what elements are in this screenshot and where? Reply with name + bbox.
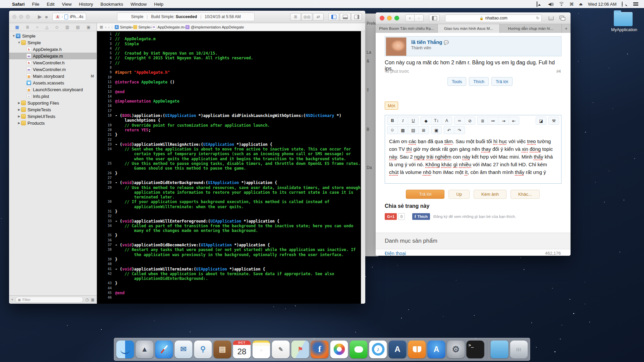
notes-dock-icon[interactable]: ≡ bbox=[253, 341, 270, 358]
symbol-navigator-icon[interactable]: ≣ bbox=[26, 25, 29, 29]
related-items-icon[interactable]: ▦ bbox=[100, 25, 103, 29]
code-line[interactable]: Games should use this method to pause th… bbox=[97, 166, 361, 171]
disclosure-triangle[interactable]: ▼ bbox=[12, 34, 16, 38]
code-line[interactable]: terminated later. bbox=[97, 195, 361, 199]
bullet-list-button[interactable]: ≣ bbox=[478, 117, 488, 124]
xcode-close-button[interactable] bbox=[12, 15, 16, 19]
code-line[interactable]: launchOptions { bbox=[97, 118, 361, 123]
code-line[interactable]: 23- (void)applicationWillResignActive:(U… bbox=[97, 142, 361, 147]
code-line[interactable]: 10 bbox=[97, 75, 361, 80]
numbered-list-button[interactable]: ≔ bbox=[488, 117, 498, 124]
code-line[interactable]: 33- (void)applicationWillEnterForeground… bbox=[97, 219, 361, 224]
reply-editor[interactable]: B I U ◆ T↕ A ∞ ⊘ ≣ ≔ bbox=[385, 115, 561, 184]
new-tab-button[interactable]: + bbox=[562, 24, 571, 33]
code-line[interactable]: 11@interface AppDelegate () bbox=[97, 80, 361, 84]
breakpoint-navigator-icon[interactable]: ▤ bbox=[76, 25, 80, 29]
back-button[interactable]: ‹ bbox=[105, 25, 106, 29]
code-line[interactable]: 31} bbox=[97, 209, 361, 214]
code-line[interactable]: 39} bbox=[97, 257, 361, 262]
catalog-category-link[interactable]: Điện thoại bbox=[385, 251, 406, 256]
scm-status-icon[interactable]: ▣ bbox=[91, 297, 95, 302]
post-button-thích[interactable]: Thích bbox=[469, 77, 489, 86]
standard-editor-button[interactable]: ≣ bbox=[290, 13, 301, 21]
save-draft-button[interactable]: ▣ bbox=[431, 126, 441, 134]
debug-area-button[interactable] bbox=[340, 13, 351, 21]
sidebar-button[interactable] bbox=[429, 14, 440, 22]
address-bar[interactable]: 🔒 nhattao.com ↻ bbox=[445, 14, 542, 22]
code-line[interactable]: 41- (void)applicationWillTerminate:(UIAp… bbox=[97, 267, 361, 272]
appstore-dock-icon[interactable]: A bbox=[428, 341, 445, 358]
ibooks-dock-icon[interactable] bbox=[408, 341, 426, 358]
code-line[interactable]: applicationDidEnterBackground:. bbox=[97, 276, 361, 281]
menu-item-bookmarks[interactable]: Bookmarks bbox=[101, 2, 123, 7]
menu-item-help[interactable]: Help bbox=[154, 2, 163, 7]
code-line[interactable]: many of the changes made on entering the… bbox=[97, 228, 361, 233]
code-line[interactable]: 24 // Sent when the application is about… bbox=[97, 147, 361, 152]
code-line[interactable]: 1// bbox=[97, 32, 361, 37]
code-line[interactable]: 12 bbox=[97, 84, 361, 89]
post-button-trả-lời[interactable]: Trả lời bbox=[491, 77, 513, 86]
disclosure-triangle[interactable]: ▶ bbox=[17, 115, 21, 118]
notification-center-icon[interactable] bbox=[633, 2, 639, 6]
code-line[interactable]: 40 bbox=[97, 262, 361, 266]
insert-media-button[interactable]: ▤ bbox=[408, 126, 419, 134]
itunes-dock-icon[interactable]: ♪ bbox=[369, 341, 387, 358]
code-line[interactable]: 36 bbox=[97, 238, 361, 243]
breadcrumb-item[interactable]: ASimple bbox=[115, 25, 132, 29]
code-line[interactable]: 17 bbox=[97, 109, 361, 113]
menu-item-edit[interactable]: Edit bbox=[47, 2, 54, 7]
safari-minimize-button[interactable] bbox=[387, 16, 392, 20]
post-number[interactable]: #4 bbox=[556, 69, 561, 74]
debug-navigator-icon[interactable]: ▥ bbox=[65, 25, 69, 29]
sysprefs-dock-icon[interactable]: ⚙ bbox=[447, 341, 465, 358]
trash-dock-icon[interactable]: ||| bbox=[510, 341, 528, 358]
reply-submit-button[interactable]: Trả lời bbox=[406, 190, 444, 199]
file-row-appdelegate-h[interactable]: hAppDelegate.h bbox=[9, 46, 97, 53]
mail-dock-icon[interactable]: ✉ bbox=[175, 341, 193, 358]
file-row-simple[interactable]: ▼Simple bbox=[9, 39, 97, 46]
menu-bar-clock[interactable]: Wed 12:06 AM bbox=[588, 2, 616, 7]
code-line[interactable]: certain types of temporary interruptions… bbox=[97, 152, 361, 156]
forward-button[interactable]: › bbox=[414, 14, 424, 22]
messages-dock-icon[interactable] bbox=[350, 341, 368, 358]
share-icon[interactable]: ↑ bbox=[547, 16, 555, 20]
file-row-products[interactable]: ▶Products bbox=[9, 120, 97, 126]
code-line[interactable]: 20 return YES; bbox=[97, 128, 361, 132]
italic-button[interactable]: I bbox=[398, 117, 408, 124]
unlink-button[interactable]: ⊘ bbox=[465, 117, 475, 124]
file-row-assets-xcassets[interactable]: ▣Assets.xcassets bbox=[9, 79, 97, 86]
code-line[interactable]: 16 bbox=[97, 104, 361, 108]
code-line[interactable]: 18- (BOOL)application:(UIApplication *)a… bbox=[97, 113, 361, 118]
file-row-simpletests[interactable]: ▶SimpleTests bbox=[9, 106, 97, 113]
post-time[interactable]: 48 phút trước bbox=[385, 69, 409, 74]
file-row-viewcontroller-h[interactable]: hViewController.h bbox=[9, 59, 97, 66]
reply-button-kh-c-[interactable]: Khác... bbox=[511, 190, 539, 199]
code-line[interactable]: 38 // Restart any tasks that were paused… bbox=[97, 247, 361, 252]
textedit-dock-icon[interactable]: ✎ bbox=[272, 341, 290, 358]
reply-button-k-m-nh[interactable]: Kèm ảnh bbox=[474, 190, 506, 199]
username-link[interactable]: lã tiến Thắng 💬 bbox=[411, 39, 449, 45]
volume-icon[interactable]: ◀))) bbox=[548, 2, 553, 6]
scheme-selector[interactable]: A › iPh...4s bbox=[52, 13, 86, 21]
safari-dock-icon[interactable] bbox=[155, 341, 173, 358]
contacts-dock-icon[interactable]: ▤ bbox=[214, 341, 231, 358]
test-navigator-icon[interactable]: ◇ bbox=[55, 25, 58, 29]
breadcrumb-item[interactable]: C@implementation AppDelegate bbox=[185, 25, 244, 29]
breadcrumb-item[interactable]: Simple bbox=[133, 25, 150, 29]
redo-button[interactable]: ↷ bbox=[454, 126, 465, 134]
code-line[interactable]: 22 bbox=[97, 137, 361, 142]
terminal-dock-icon[interactable]: >_ bbox=[467, 341, 484, 358]
code-line[interactable]: 32 bbox=[97, 214, 361, 219]
menu-item-file[interactable]: File bbox=[32, 2, 40, 7]
tab-active[interactable]: Giao lưu màn hình Asus M... bbox=[438, 24, 500, 33]
code-line[interactable]: 46 bbox=[97, 295, 361, 300]
file-row-supporting-files[interactable]: ▶Supporting Files bbox=[9, 100, 97, 106]
facebook-like-button[interactable]: fThích bbox=[412, 213, 430, 220]
code-line[interactable]: 5// Created by Viet Nguyen Van on 10/24/… bbox=[97, 51, 361, 56]
xcode-minimize-button[interactable] bbox=[19, 15, 23, 19]
code-line[interactable]: 43} bbox=[97, 281, 361, 286]
outdent-button[interactable]: ⇤ bbox=[509, 117, 519, 124]
code-line[interactable]: application state information to restore… bbox=[97, 190, 361, 195]
code-line[interactable]: 30 // If your application supports backg… bbox=[97, 199, 361, 204]
menu-item-window[interactable]: Window bbox=[130, 2, 147, 7]
